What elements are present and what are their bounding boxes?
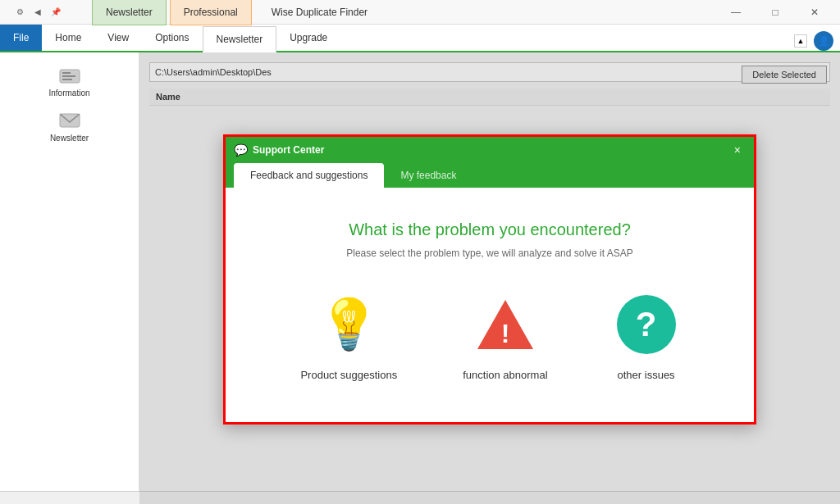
content-area: C:\Users\admin\Desktop\Des Delete Select… [139, 52, 840, 504]
tab-view[interactable]: View [94, 25, 142, 51]
tab-my-feedback[interactable]: My feedback [384, 163, 472, 188]
quick-tab-newsletter[interactable]: Newsletter [92, 0, 167, 25]
main-area: Information Newsletter C:\Users\admin\De… [0, 52, 840, 504]
app-icon: ⚙ [13, 6, 26, 19]
option-function-abnormal-label: function abnormal [463, 369, 547, 381]
lightbulb-icon: 💡 [318, 300, 380, 349]
tab-file[interactable]: File [0, 25, 42, 51]
user-account-icon[interactable]: 👤 [814, 31, 833, 51]
warning-triangle-wrap: ! [472, 292, 538, 357]
tab-home[interactable]: Home [42, 25, 94, 51]
title-bar: ⚙ ◀ 📌 Newsletter Professional Wise Dupli… [0, 0, 840, 25]
option-other-issues[interactable]: ? other issues [614, 292, 679, 381]
ribbon-tabs: File Home View Options Newsletter Upgrad… [0, 25, 840, 52]
modal-subtitle: Please select the problem type, we will … [242, 247, 737, 259]
modal-body: What is the problem you encountered? Ple… [226, 188, 754, 422]
app-title: Wise Duplicate Finder [272, 7, 368, 18]
pin-icon[interactable]: 📌 [49, 6, 62, 19]
maximize-button[interactable]: □ [756, 0, 794, 25]
tab-feedback-suggestions[interactable]: Feedback and suggestions [234, 163, 384, 188]
tab-newsletter[interactable]: Newsletter [203, 26, 277, 52]
modal-tabs: Feedback and suggestions My feedback [226, 163, 754, 188]
close-window-button[interactable]: ✕ [796, 0, 833, 25]
collapse-ribbon-icon[interactable]: ▲ [794, 34, 807, 48]
quick-tab-professional[interactable]: Professional [170, 0, 252, 25]
sidebar-item-information-label: Information [48, 89, 89, 98]
sidebar-item-information[interactable]: Information [0, 59, 139, 104]
modal-title-text-label: Support Center [253, 144, 324, 156]
option-product-suggestions-label: Product suggestions [300, 369, 397, 381]
option-product-suggestions[interactable]: 💡 Product suggestions [300, 292, 397, 381]
sidebar-item-newsletter-label: Newsletter [50, 134, 89, 143]
lightbulb-icon-wrap: 💡 [316, 292, 381, 357]
minimize-button[interactable]: — [717, 0, 755, 25]
information-icon [57, 66, 83, 85]
modal-title-bar: 💬 Support Center × [226, 137, 754, 163]
svg-rect-3 [62, 79, 72, 80]
question-circle-icon: ? [617, 295, 676, 354]
newsletter-icon [57, 111, 83, 130]
modal-overlay: 💬 Support Center × Feedback and suggesti… [139, 52, 840, 504]
option-other-issues-label: other issues [618, 369, 675, 381]
modal-close-button[interactable]: × [729, 143, 746, 157]
warning-triangle-icon: ! [474, 297, 536, 352]
tab-upgrade[interactable]: Upgrade [276, 25, 340, 51]
arrow-left-icon[interactable]: ◀ [31, 6, 44, 19]
question-circle-wrap: ? [614, 292, 679, 357]
svg-rect-2 [62, 75, 75, 77]
modal-title: 💬 Support Center [234, 143, 324, 157]
window-controls: — □ ✕ [717, 0, 833, 25]
svg-text:!: ! [501, 319, 510, 348]
modal-title-icon: 💬 [234, 143, 248, 157]
sidebar-item-newsletter[interactable]: Newsletter [0, 104, 139, 149]
option-function-abnormal[interactable]: ! function abnormal [463, 292, 547, 381]
modal-question: What is the problem you encountered? [242, 220, 737, 239]
modal-options: 💡 Product suggestions ! [242, 292, 737, 381]
support-center-modal: 💬 Support Center × Feedback and suggesti… [223, 134, 756, 425]
sidebar: Information Newsletter [0, 52, 139, 504]
tab-options[interactable]: Options [142, 25, 202, 51]
svg-rect-1 [62, 72, 71, 74]
quick-access-toolbar: ⚙ ◀ 📌 [7, 6, 69, 19]
